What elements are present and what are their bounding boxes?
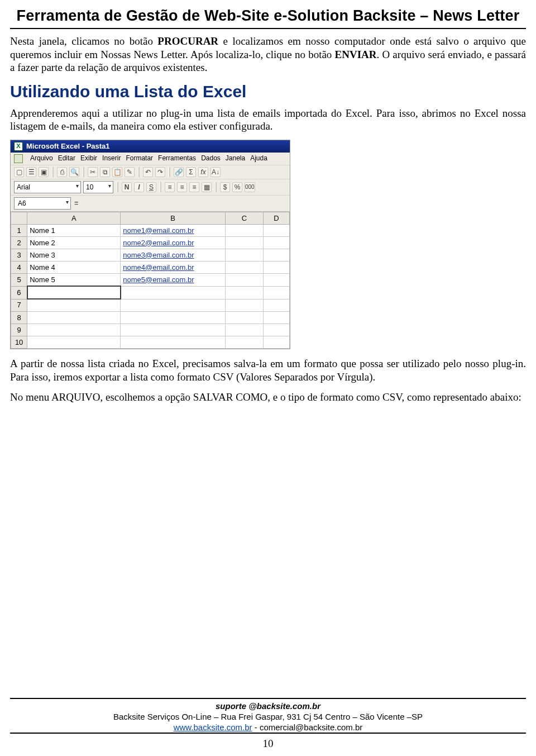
cell[interactable] <box>121 324 226 336</box>
cell[interactable]: nome3@email.com.br <box>121 249 226 261</box>
cell[interactable]: nome1@email.com.br <box>121 225 226 237</box>
cell[interactable] <box>263 286 289 299</box>
paste-icon[interactable]: 📋 <box>112 167 122 177</box>
table-row[interactable]: 3Nome 3nome3@email.com.br <box>11 249 290 261</box>
selected-cell[interactable] <box>27 286 121 299</box>
menu-arquivo[interactable]: Arquivo <box>30 154 53 163</box>
percent-button[interactable]: % <box>232 182 242 192</box>
cell[interactable] <box>263 237 289 249</box>
table-row[interactable]: 4Nome 4nome4@email.com.br <box>11 261 290 274</box>
menu-dados[interactable]: Dados <box>201 154 221 163</box>
cell[interactable] <box>226 312 264 324</box>
format-painter-icon[interactable]: ✎ <box>125 167 135 177</box>
cell[interactable] <box>226 336 264 349</box>
align-left-icon[interactable]: ≡ <box>165 182 175 192</box>
row-header[interactable]: 7 <box>11 299 27 312</box>
table-row[interactable]: 2Nome 2nome2@email.com.br <box>11 237 290 249</box>
menu-formatar[interactable]: Formatar <box>126 154 153 163</box>
save-icon[interactable]: ▣ <box>39 167 49 177</box>
open-icon[interactable]: ☰ <box>26 167 36 177</box>
cell[interactable] <box>121 312 226 324</box>
cell[interactable] <box>27 324 121 336</box>
cell[interactable] <box>121 299 226 312</box>
row-header[interactable]: 10 <box>11 336 27 349</box>
table-row[interactable]: 5Nome 5nome5@email.com.br <box>11 274 290 287</box>
cut-icon[interactable]: ✂ <box>88 167 98 177</box>
cell[interactable]: Nome 4 <box>27 261 121 274</box>
underline-button[interactable]: S <box>146 182 156 192</box>
function-icon[interactable]: fx <box>198 167 208 177</box>
cell[interactable] <box>226 225 264 237</box>
column-header-d[interactable]: D <box>263 212 289 225</box>
cell[interactable] <box>226 261 264 274</box>
cell[interactable]: nome2@email.com.br <box>121 237 226 249</box>
copy-icon[interactable]: ⧉ <box>100 167 110 177</box>
worksheet-grid[interactable]: A B C D 1Nome 1nome1@email.com.br 2Nome … <box>11 211 290 349</box>
merge-cells-icon[interactable]: ▦ <box>202 182 212 192</box>
cell[interactable]: Nome 3 <box>27 249 121 261</box>
menu-ajuda[interactable]: Ajuda <box>250 154 267 163</box>
email-link[interactable]: nome3@email.com.br <box>123 251 194 259</box>
email-link[interactable]: nome5@email.com.br <box>123 275 194 284</box>
cell[interactable] <box>226 237 264 249</box>
cell[interactable]: nome4@email.com.br <box>121 261 226 274</box>
autosum-icon[interactable]: Σ <box>186 167 196 177</box>
cell[interactable] <box>121 336 226 349</box>
cell[interactable] <box>263 225 289 237</box>
comma-style-button[interactable]: 000 <box>245 182 255 192</box>
cell[interactable] <box>263 274 289 287</box>
select-all-corner[interactable] <box>11 212 27 225</box>
currency-icon[interactable]: $ <box>220 182 230 192</box>
row-header[interactable]: 6 <box>11 286 27 299</box>
row-header[interactable]: 1 <box>11 225 27 237</box>
row-header[interactable]: 4 <box>11 261 27 274</box>
row-header[interactable]: 5 <box>11 274 27 287</box>
email-link[interactable]: nome4@email.com.br <box>123 263 194 272</box>
table-row[interactable]: 7 <box>11 299 290 312</box>
cell[interactable] <box>27 336 121 349</box>
cell[interactable] <box>226 286 264 299</box>
cell[interactable]: Nome 5 <box>27 274 121 287</box>
undo-icon[interactable]: ↶ <box>143 167 153 177</box>
align-right-icon[interactable]: ≡ <box>189 182 199 192</box>
cell[interactable]: Nome 2 <box>27 237 121 249</box>
email-link[interactable]: nome1@email.com.br <box>123 226 194 235</box>
cell[interactable] <box>263 299 289 312</box>
align-center-icon[interactable]: ≡ <box>177 182 187 192</box>
cell[interactable] <box>263 336 289 349</box>
print-icon[interactable]: ⎙ <box>57 167 67 177</box>
cell[interactable] <box>27 299 121 312</box>
cell[interactable] <box>121 286 226 299</box>
table-row[interactable]: 8 <box>11 312 290 324</box>
preview-icon[interactable]: 🔍 <box>69 167 79 177</box>
table-row[interactable]: 6 <box>11 286 290 299</box>
font-name-dropdown[interactable]: Arial <box>14 181 81 193</box>
email-link[interactable]: nome2@email.com.br <box>123 239 194 247</box>
cell[interactable] <box>226 324 264 336</box>
column-header-c[interactable]: C <box>226 212 264 225</box>
italic-button[interactable]: I <box>134 182 144 192</box>
cell[interactable]: nome5@email.com.br <box>121 274 226 287</box>
footer-website-link[interactable]: www.backsite.com.br <box>174 722 252 732</box>
name-box[interactable]: A6 <box>14 197 71 210</box>
menu-ferramentas[interactable]: Ferramentas <box>158 154 196 163</box>
formula-bar[interactable]: = <box>74 199 78 208</box>
font-size-dropdown[interactable]: 10 <box>83 181 113 193</box>
row-header[interactable]: 3 <box>11 249 27 261</box>
cell[interactable] <box>226 249 264 261</box>
menu-inserir[interactable]: Inserir <box>102 154 121 163</box>
new-icon[interactable]: ▢ <box>14 167 24 177</box>
cell[interactable] <box>263 324 289 336</box>
table-row[interactable]: 1Nome 1nome1@email.com.br <box>11 225 290 237</box>
cell[interactable] <box>263 261 289 274</box>
cell[interactable] <box>27 312 121 324</box>
hyperlink-icon[interactable]: 🔗 <box>174 167 184 177</box>
row-header[interactable]: 2 <box>11 237 27 249</box>
cell[interactable]: Nome 1 <box>27 225 121 237</box>
menu-editar[interactable]: Editar <box>58 154 75 163</box>
column-header-b[interactable]: B <box>121 212 226 225</box>
cell[interactable] <box>226 274 264 287</box>
cell[interactable] <box>226 299 264 312</box>
row-header[interactable]: 8 <box>11 312 27 324</box>
table-row[interactable]: 9 <box>11 324 290 336</box>
